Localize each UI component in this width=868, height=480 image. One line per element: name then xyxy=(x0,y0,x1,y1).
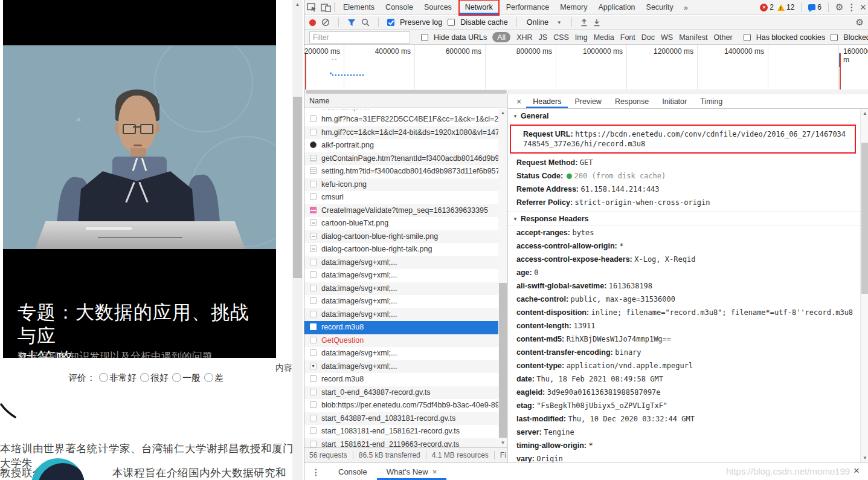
throttling-dropdown[interactable]: Online▼ xyxy=(526,18,563,27)
network-overview-timeline[interactable]: 200000 ms400000 ms600000 ms800000 ms1000… xyxy=(304,45,868,95)
filter-type-font[interactable]: Font xyxy=(620,33,635,42)
rating-radio[interactable] xyxy=(204,373,213,382)
request-row[interactable]: start_1581621-end_2119663-record.gv.ts xyxy=(304,438,507,448)
filter-type-all[interactable]: All xyxy=(492,32,510,42)
kebab-menu-icon[interactable]: ⋮ xyxy=(847,2,856,13)
request-list-scrollbar[interactable]: ▲ ▼ xyxy=(498,109,507,447)
rating-option-label[interactable]: 差 xyxy=(214,372,223,383)
filter-funnel-icon[interactable] xyxy=(347,19,356,27)
preserve-log-label[interactable]: Preserve log xyxy=(400,18,442,27)
request-row[interactable]: start_643887-end_1083181-record.gv.ts xyxy=(304,412,507,426)
preserve-log-checkbox[interactable] xyxy=(387,19,394,26)
disable-cache-checkbox[interactable] xyxy=(448,19,455,26)
request-row[interactable]: data:image/svg+xml;... xyxy=(304,347,507,360)
request-row[interactable]: kefu-icon.png xyxy=(304,178,507,192)
search-icon[interactable] xyxy=(361,18,370,27)
error-badge[interactable]: ×2 xyxy=(760,3,774,11)
warning-badge[interactable]: 12 xyxy=(777,3,794,11)
request-row[interactable]: blob:https://per.enetedu.com/75df4bb9-b3… xyxy=(304,399,507,412)
close-tab-icon[interactable]: × xyxy=(432,467,437,476)
video-player[interactable]: A 专题：大数据的应用、挑战与应对策略 数据挖掘与知识发现以及分析中遇到的问题 xyxy=(3,0,276,358)
request-row[interactable]: dialog-cartoon-blue-right-smile.png xyxy=(304,230,507,244)
scroll-up-icon[interactable]: ▲ xyxy=(861,109,868,118)
request-row[interactable]: record.m3u8 xyxy=(304,373,507,386)
blocked-requests-checkbox[interactable] xyxy=(831,34,838,41)
devtools-tab-network[interactable]: Network xyxy=(460,1,498,15)
settings-gear-icon[interactable]: ⚙ xyxy=(835,2,843,13)
name-column-header[interactable]: Name xyxy=(304,94,507,108)
request-row-partial[interactable]: webmain.js?... xyxy=(304,109,507,113)
panel-scrollbar[interactable]: ▲ ▼ xyxy=(860,109,868,462)
section-header[interactable]: ▼General xyxy=(508,109,861,123)
request-row[interactable]: cartoon-blueTxt.png xyxy=(304,217,507,230)
request-row[interactable]: start_0-end_643887-record.gv.ts xyxy=(304,386,507,400)
filter-type-manifest[interactable]: Manifest xyxy=(679,33,707,42)
devtools-tab-security[interactable]: Security xyxy=(641,1,679,15)
scrollbar-thumb[interactable] xyxy=(861,143,868,294)
hide-data-urls-checkbox[interactable] xyxy=(421,34,428,41)
request-row[interactable]: cmsurl xyxy=(304,191,507,204)
has-blocked-cookies-checkbox[interactable] xyxy=(744,34,751,41)
filter-type-doc[interactable]: Doc xyxy=(641,33,655,42)
close-devtools-icon[interactable]: × xyxy=(860,2,866,13)
section-header[interactable]: ▼Response Headers xyxy=(508,212,861,226)
request-row[interactable]: aikf-portrait.png xyxy=(304,139,507,152)
request-row[interactable]: start_1083181-end_1581621-record.gv.ts xyxy=(304,425,507,438)
request-row[interactable]: GetQuestion xyxy=(304,334,507,348)
more-tabs-icon[interactable]: » xyxy=(679,3,693,12)
request-row[interactable]: record.m3u8 xyxy=(304,321,507,334)
timeline-horizontal-scrollbar[interactable] xyxy=(304,89,868,94)
close-panel-icon[interactable]: × xyxy=(512,97,526,106)
import-har-icon[interactable] xyxy=(580,19,588,27)
devtools-tab-sources[interactable]: Sources xyxy=(419,1,457,15)
request-row[interactable]: hm.gif?cc=1&ck=1&cl=24-bit&ds=1920x1080&… xyxy=(304,126,507,140)
devtools-tab-memory[interactable]: Memory xyxy=(555,1,593,15)
export-har-icon[interactable] xyxy=(593,19,600,27)
rating-option-label[interactable]: 很好 xyxy=(150,372,169,383)
drawer-tab-console[interactable]: Console xyxy=(329,464,377,480)
request-row[interactable]: data:image/svg+xml;... xyxy=(304,256,507,270)
clear-icon[interactable] xyxy=(321,18,330,27)
request-row[interactable]: setting.htm?tid=f3400acdb80146d9b9873d11… xyxy=(304,165,507,178)
has-blocked-cookies-label[interactable]: Has blocked cookies xyxy=(756,33,826,42)
rating-option-label[interactable]: 非常好 xyxy=(109,372,137,383)
request-row[interactable]: data:image/svg+xml;... xyxy=(304,282,507,296)
scrollbar-thumb[interactable] xyxy=(306,90,507,94)
panel-tab-timing[interactable]: Timing xyxy=(693,95,729,108)
scroll-down-icon[interactable]: ▼ xyxy=(498,439,507,447)
inspect-element-icon[interactable] xyxy=(307,3,317,12)
hide-data-urls-label[interactable]: Hide data URLs xyxy=(434,33,487,42)
devtools-tab-application[interactable]: Application xyxy=(593,1,640,15)
network-filter-input[interactable] xyxy=(309,31,410,44)
request-row[interactable]: hm.gif?hca=31EF822D5CC4BE1F&cc=1&ck=1&cl… xyxy=(304,113,507,126)
filter-type-other[interactable]: Other xyxy=(713,33,732,42)
scroll-down-icon[interactable]: ▼ xyxy=(861,454,868,462)
network-settings-gear-icon[interactable]: ⚙ xyxy=(856,17,864,28)
filter-type-ws[interactable]: WS xyxy=(661,33,673,42)
filter-type-css[interactable]: CSS xyxy=(553,33,569,42)
request-row[interactable]: ▾data:image/svg+xml;... xyxy=(304,360,507,374)
scroll-up-icon[interactable]: ▲ xyxy=(292,0,303,10)
filter-type-xhr[interactable]: XHR xyxy=(516,33,532,42)
drawer-kebab-icon[interactable]: ⋮ xyxy=(304,467,329,477)
request-row[interactable]: dialog-cartoon-blue-right-talk.png xyxy=(304,243,507,256)
devtools-tab-console[interactable]: Console xyxy=(380,1,419,15)
request-row[interactable]: data:image/svg+xml;... xyxy=(304,308,507,322)
devtools-tab-elements[interactable]: Elements xyxy=(338,1,380,15)
rating-radio[interactable] xyxy=(99,373,108,382)
drawer-tab-what-s-new[interactable]: What's New× xyxy=(377,464,447,480)
rating-option-label[interactable]: 一般 xyxy=(182,372,201,383)
filter-type-media[interactable]: Media xyxy=(594,33,614,42)
filter-type-img[interactable]: Img xyxy=(575,33,588,42)
page-scrollbar-thumb[interactable] xyxy=(293,97,302,278)
devtools-tab-performance[interactable]: Performance xyxy=(501,1,555,15)
request-row[interactable]: getContainPage.htm?tenantId=f3400acdb801… xyxy=(304,152,507,166)
panel-tab-initiator[interactable]: Initiator xyxy=(655,95,693,108)
panel-tab-headers[interactable]: Headers xyxy=(526,95,568,108)
record-button[interactable] xyxy=(309,19,316,26)
rating-radio[interactable] xyxy=(140,373,149,382)
page-scrollbar[interactable]: ▲ xyxy=(292,0,303,480)
request-row[interactable]: CreateImageValidate?tmep_seq=16136396333… xyxy=(304,204,507,218)
issues-badge[interactable]: 6 xyxy=(808,3,821,11)
rating-radio[interactable] xyxy=(172,373,181,382)
